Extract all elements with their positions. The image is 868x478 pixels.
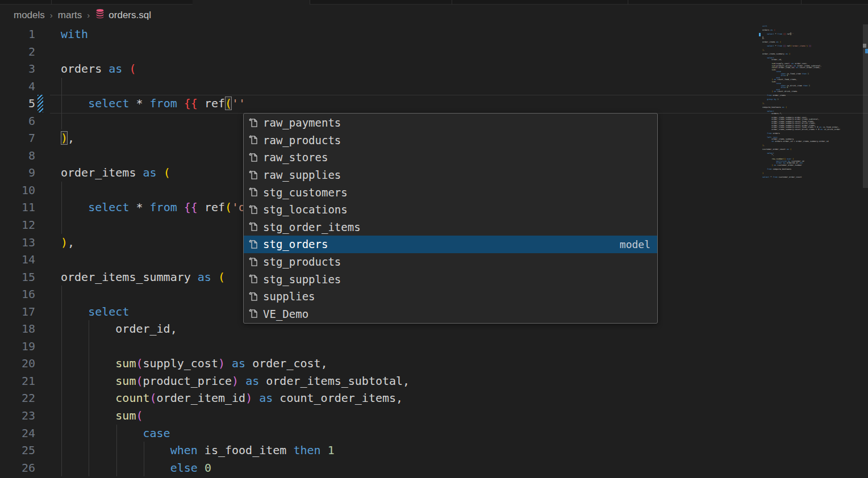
autocomplete-dropdown[interactable]: raw_paymentsraw_productsraw_storesraw_su… <box>243 113 658 324</box>
indent-guide <box>61 286 62 303</box>
code-token: order_items <box>61 166 143 179</box>
line-number: 14 <box>0 251 35 269</box>
suggestion-detail: model <box>620 238 650 250</box>
code-text: count(order_item_id) as count_order_item… <box>61 389 403 407</box>
indent-guide <box>61 112 62 130</box>
suggestion-item-stg_customers[interactable]: stg_customers <box>244 183 657 201</box>
line-number: 26 <box>0 459 35 477</box>
code-token <box>61 461 170 475</box>
line-number: 4 <box>0 78 35 95</box>
code-token: count <box>115 391 149 405</box>
suggestion-label: stg_orders <box>263 238 328 250</box>
code-line[interactable]: 26 else 0 <box>0 459 868 477</box>
suggestion-item-stg_locations[interactable]: stg_locations <box>244 201 657 219</box>
breadcrumb-segment-marts[interactable]: marts <box>58 10 82 21</box>
code-token <box>61 305 88 318</box>
code-token: order_items_summary <box>61 270 198 284</box>
code-token <box>157 166 164 179</box>
breadcrumb-segment-models[interactable]: models <box>14 10 45 21</box>
code-line[interactable]: 4 <box>0 78 868 95</box>
code-token: from <box>773 176 777 178</box>
code-token: select <box>88 97 129 110</box>
go-to-file-icon <box>248 204 258 215</box>
go-to-file-icon <box>248 239 258 250</box>
line-number: 25 <box>0 442 35 459</box>
code-token <box>61 391 115 405</box>
code-token: order_items_subtotal, <box>259 374 410 388</box>
suggestion-item-raw_products[interactable]: raw_products <box>244 132 657 149</box>
indent-guide <box>61 216 62 234</box>
indent-guide <box>61 338 62 355</box>
suggestion-item-stg_order_items[interactable]: stg_order_items <box>244 219 657 236</box>
overview-ruler-modified-mark <box>865 49 868 53</box>
suggestion-item-stg_supplies[interactable]: stg_supplies <box>244 270 657 288</box>
code-token: ( <box>164 166 170 179</box>
suggestion-item-stg_orders[interactable]: stg_ordersmodel <box>244 236 657 253</box>
code-token: ( <box>129 62 136 76</box>
breadcrumb-filename: orders.sql <box>108 10 151 21</box>
code-line[interactable]: 5 select * from {{ ref('' <box>0 95 868 112</box>
code-line[interactable]: 23 sum( <box>0 407 868 425</box>
code-token: else <box>170 461 198 475</box>
suggestion-item-VE_Demo[interactable]: VE_Demo <box>244 305 657 323</box>
code-token: sum <box>115 374 136 388</box>
code-line[interactable]: 1with <box>0 26 868 43</box>
code-text: when is_food_item then 1 <box>61 442 335 459</box>
code-line[interactable]: 3orders as ( <box>0 60 868 78</box>
code-token: count_order_items, <box>273 391 403 405</box>
database-icon <box>95 9 105 22</box>
code-line[interactable]: 20 sum(supply_cost) as order_cost, <box>0 355 868 372</box>
line-number: 6 <box>0 112 35 130</box>
breadcrumb-file[interactable]: orders.sql <box>95 9 151 22</box>
suggestion-item-supplies[interactable]: supplies <box>244 288 657 305</box>
minimap[interactable]: withorders as ( select * from {{ ref('')… <box>759 25 863 468</box>
suggestion-item-stg_products[interactable]: stg_products <box>244 253 657 271</box>
code-token: as <box>198 270 211 284</box>
code-token: as <box>245 374 259 388</box>
suggestion-label: VE_Demo <box>263 308 308 320</box>
code-text: with <box>61 26 88 43</box>
code-token: with <box>61 27 88 41</box>
code-token: as <box>143 166 157 179</box>
code-text: order_items as ( <box>61 164 170 182</box>
code-token <box>61 426 143 440</box>
code-token: ref <box>198 200 225 214</box>
code-line[interactable]: 22 count(order_item_id) as count_order_i… <box>0 389 868 407</box>
tab-separator <box>310 0 310 5</box>
code-token: , <box>68 131 74 145</box>
overview-ruler-cursor-mark <box>863 44 866 48</box>
minimap-line: select * from customer_order_count <box>762 176 867 178</box>
code-line[interactable]: 2 <box>0 43 868 61</box>
line-number: 9 <box>0 164 35 182</box>
vertical-scrollbar[interactable] <box>863 0 868 478</box>
go-to-file-icon <box>248 187 258 198</box>
active-tab-sliver[interactable] <box>193 0 310 5</box>
code-line[interactable]: 25 when is_food_item then 1 <box>0 442 868 459</box>
code-token: ) <box>245 391 252 405</box>
suggestion-item-raw_supplies[interactable]: raw_supplies <box>244 166 657 184</box>
code-token: sum <box>115 357 136 370</box>
code-token: from <box>150 200 177 214</box>
code-token: ( <box>225 200 232 214</box>
code-token <box>177 200 184 214</box>
code-token <box>61 374 115 388</box>
line-number: 22 <box>0 389 35 407</box>
code-token: ( <box>136 374 143 388</box>
code-line[interactable]: 19 <box>0 338 868 355</box>
code-text: ), <box>61 234 74 251</box>
go-to-file-icon <box>248 257 258 267</box>
tab-bar[interactable] <box>0 0 868 5</box>
tab-separator <box>801 0 802 5</box>
suggestion-label: stg_order_items <box>263 221 361 233</box>
code-token: is_food_item <box>198 443 294 457</box>
code-token: {{ <box>184 97 198 110</box>
code-text: order_items_summary as ( <box>61 269 225 286</box>
code-line[interactable]: 24 case <box>0 425 868 442</box>
code-token <box>61 409 115 422</box>
indent-guide <box>61 78 62 95</box>
suggestion-item-raw_payments[interactable]: raw_payments <box>244 114 657 132</box>
code-text: case <box>61 425 170 442</box>
code-line[interactable]: 21 sum(product_price) as order_items_sub… <box>0 372 868 390</box>
line-number: 2 <box>0 43 35 61</box>
suggestion-item-raw_stores[interactable]: raw_stores <box>244 149 657 166</box>
